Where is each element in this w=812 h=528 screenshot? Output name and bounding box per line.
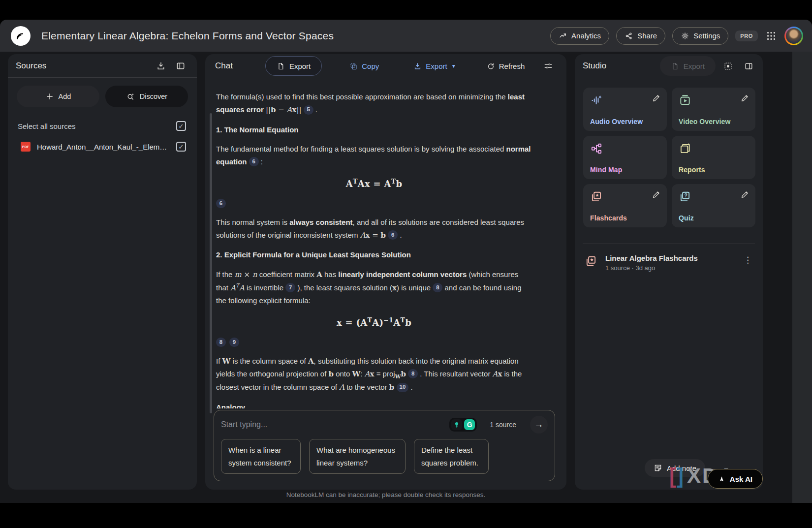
settings-button[interactable]: Settings bbox=[672, 27, 728, 45]
suggestion-chip[interactable]: Define the least squares problem. bbox=[414, 439, 489, 474]
artifact-more-menu-icon[interactable]: ⋮ bbox=[741, 254, 755, 266]
text-run: onto bbox=[334, 370, 352, 378]
ask-ai-button[interactable]: Ask AI bbox=[708, 469, 763, 489]
studio-header: Studio Export bbox=[575, 54, 763, 78]
sources-header: Sources bbox=[8, 54, 197, 78]
notebooklm-logo-icon[interactable] bbox=[11, 26, 31, 46]
chat-paragraph: This normal system is always consistent,… bbox=[216, 216, 532, 242]
text-run: always consistent bbox=[289, 218, 352, 226]
google-apps-grid-icon[interactable] bbox=[765, 30, 778, 42]
edit-pencil-icon[interactable] bbox=[740, 190, 750, 201]
collapse-studio-panel-icon[interactable] bbox=[740, 58, 757, 74]
analytics-button[interactable]: Analytics bbox=[550, 27, 609, 45]
studio-card-reports[interactable]: Reports bbox=[672, 136, 755, 179]
discover-label: Discover bbox=[140, 93, 167, 100]
chat-response-body: The formula(s) used to find this best po… bbox=[205, 78, 566, 408]
source-checkbox[interactable]: ✓ bbox=[176, 142, 186, 152]
text-run: A bbox=[365, 370, 370, 378]
artifact-list-item[interactable]: Linear Algebra Flashcards 1 source · 3d … bbox=[575, 244, 763, 272]
share-label: Share bbox=[637, 31, 657, 40]
studio-card-audio[interactable]: Audio Overview bbox=[583, 88, 667, 131]
text-run: The fundamental method for finding a lea… bbox=[216, 145, 506, 153]
studio-grid-view-icon[interactable] bbox=[719, 58, 736, 74]
ask-ai-label: Ask AI bbox=[730, 475, 752, 483]
card-label: Quiz bbox=[679, 214, 694, 222]
grammarly-extension-widget[interactable]: G bbox=[449, 418, 477, 432]
source-list-item[interactable]: PDFHoward_Anton__Anton_Kaul_-_Eleme...✓ bbox=[8, 135, 197, 156]
artifact-meta: 1 source · 3d ago bbox=[605, 264, 698, 272]
citation-chip[interactable]: 7 bbox=[285, 283, 295, 292]
collapse-sources-panel-icon[interactable] bbox=[172, 58, 189, 74]
studio-export-button-disabled[interactable]: Export bbox=[660, 56, 716, 76]
citation-chip[interactable]: 5 bbox=[304, 105, 313, 115]
citation-chip[interactable]: 8 bbox=[216, 338, 226, 347]
text-run: b bbox=[271, 105, 276, 114]
sources-title: Sources bbox=[16, 61, 46, 71]
header-actions: Analytics Share Settings PRO bbox=[550, 27, 812, 45]
text-run: T bbox=[368, 316, 373, 324]
send-button[interactable]: → bbox=[530, 416, 548, 434]
chat-composer: G 1 source → When is a linear system con… bbox=[214, 410, 555, 481]
discover-sources-button[interactable]: Discover bbox=[105, 86, 188, 107]
citation-chip[interactable]: 6 bbox=[249, 157, 259, 166]
text-run: If the bbox=[216, 270, 235, 279]
chat-paragraph: The fundamental method for finding a lea… bbox=[216, 143, 532, 169]
text-run: n bbox=[252, 270, 257, 279]
grammarly-g-icon: G bbox=[464, 419, 475, 430]
studio-card-flashcards[interactable]: Flashcards bbox=[583, 184, 667, 227]
sliders-icon bbox=[543, 61, 553, 71]
export-menu-button[interactable]: Export ▾ bbox=[413, 62, 455, 70]
card-label: Mind Map bbox=[590, 166, 622, 174]
citation-chip[interactable]: 8 bbox=[408, 369, 418, 378]
pdf-file-icon: PDF bbox=[21, 142, 31, 152]
select-all-checkbox[interactable]: ✓ bbox=[176, 121, 186, 131]
edit-pencil-icon[interactable] bbox=[740, 93, 750, 105]
citation-chip[interactable]: 6 bbox=[388, 230, 398, 240]
chat-input[interactable] bbox=[221, 420, 449, 429]
refresh-button[interactable]: Refresh bbox=[487, 62, 525, 70]
text-run: A bbox=[372, 317, 379, 328]
document-icon bbox=[671, 62, 679, 70]
citation-chip-row: 89 bbox=[216, 338, 532, 347]
avatar-photo bbox=[786, 28, 802, 44]
copy-button[interactable]: Copy bbox=[349, 62, 379, 70]
text-run: A bbox=[493, 370, 498, 378]
text-run: x bbox=[337, 317, 342, 328]
citation-chip[interactable]: 8 bbox=[433, 283, 442, 292]
chat-export-button[interactable]: Export bbox=[265, 56, 322, 76]
download-icon bbox=[156, 61, 166, 71]
studio-panel: Studio Export Audio OverviewVideo Overvi… bbox=[575, 54, 763, 490]
add-note-button[interactable]: Add note bbox=[645, 459, 705, 477]
add-source-button[interactable]: Add bbox=[17, 86, 99, 107]
card-label: Video Overview bbox=[679, 118, 730, 125]
text-run: This normal system is bbox=[216, 218, 289, 226]
artifact-text: Linear Algebra Flashcards 1 source · 3d … bbox=[605, 254, 698, 272]
user-avatar[interactable] bbox=[784, 27, 803, 45]
suggestion-chip[interactable]: When is a linear system consistent? bbox=[221, 439, 301, 474]
text-run: A bbox=[230, 283, 236, 292]
panel-left-icon bbox=[176, 61, 186, 71]
citation-chip[interactable]: 6 bbox=[216, 199, 226, 208]
add-label: Add bbox=[59, 93, 71, 100]
studio-title: Studio bbox=[583, 61, 606, 71]
edit-pencil-icon[interactable] bbox=[652, 93, 661, 105]
studio-card-mindmap[interactable]: Mind Map bbox=[583, 136, 667, 179]
edit-pencil-icon[interactable] bbox=[652, 190, 661, 201]
share-button[interactable]: Share bbox=[616, 27, 665, 45]
share-icon bbox=[625, 31, 633, 40]
text-run: 2. Explicit Formula for a Unique Least S… bbox=[216, 250, 411, 259]
download-sources-icon[interactable] bbox=[153, 58, 169, 74]
text-run: 1. The Normal Equation bbox=[216, 125, 299, 134]
studio-card-video[interactable]: Video Overview bbox=[672, 88, 755, 131]
card-label: Audio Overview bbox=[590, 118, 643, 125]
citation-chip[interactable]: 9 bbox=[229, 338, 239, 347]
text-run: Ax bbox=[358, 179, 370, 189]
text-run: × bbox=[242, 270, 252, 279]
panel-right-icon bbox=[744, 62, 753, 71]
text-run: A bbox=[287, 105, 292, 114]
studio-card-quiz[interactable]: ?Quiz bbox=[672, 184, 755, 227]
suggestion-chip[interactable]: What are homogeneous linear systems? bbox=[309, 439, 406, 474]
chat-settings-sliders-icon[interactable] bbox=[540, 58, 557, 74]
citation-chip[interactable]: 10 bbox=[397, 383, 409, 392]
notebook-title: Elementary Linear Algebra: Echelon Forms… bbox=[41, 30, 334, 42]
